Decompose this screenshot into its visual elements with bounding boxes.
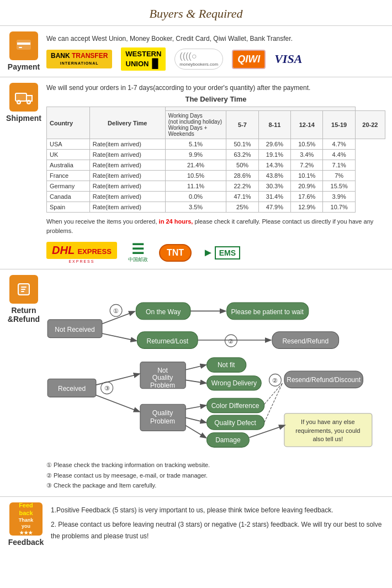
svg-text:③: ③ [104, 385, 110, 391]
table-row: Germany Rate(item arrived) 11.1%22.2%30.… [47, 181, 385, 192]
svg-point-5 [27, 100, 30, 104]
page-title: Buyers & Required [0, 0, 392, 26]
svg-line-19 [102, 333, 136, 341]
svg-text:Damage: Damage [215, 436, 241, 444]
table-row: USA Rate(item arrived) 5.1%50.1%29.6%10.… [47, 139, 385, 150]
table-header-delivery-time: Delivery Time [89, 107, 165, 139]
svg-line-61 [264, 383, 283, 404]
payment-label: Payment [8, 62, 40, 71]
refund-note-3: ③ Check the package and Item carefully. [46, 480, 385, 491]
svg-text:On the Way: On the Way [146, 308, 181, 316]
moneybookers-logo: ((((○ moneybookers.com [174, 48, 223, 70]
refund-notes: ① Please check the tracking information … [46, 460, 385, 491]
svg-rect-1 [17, 43, 30, 45]
shipment-label: Shipment [6, 114, 41, 123]
svg-text:Resend/Refund: Resend/Refund [282, 337, 329, 345]
svg-line-62 [264, 383, 283, 422]
table-header-country: Country [47, 107, 90, 139]
svg-text:Resend/Refund/Discount: Resend/Refund/Discount [287, 376, 361, 384]
bank-transfer-logo: BANK TRANSFER INTERNATIONAL [46, 48, 112, 70]
feedback-section: Feed back Thank you ★★★ Feedback 1.Posit… [0, 497, 392, 552]
return-refund-icon [9, 275, 38, 304]
table-subheader-working: Working Days(not including holiday)Worki… [165, 111, 226, 139]
table-row: UK Rate(item arrived) 9.9%63.2%19.1%3.4%… [47, 150, 385, 160]
svg-line-36 [186, 365, 205, 370]
svg-text:Wrong Delivery: Wrong Delivery [211, 379, 257, 387]
western-union-logo: WESTERN UNION▐▌ [121, 48, 166, 70]
svg-line-54 [186, 405, 205, 409]
ems-logo: ► EMS [203, 246, 240, 259]
payment-icon [9, 31, 38, 60]
table-subheader-20-22: 20-22 [355, 111, 385, 139]
visa-logo: VISA [274, 48, 302, 70]
refund-note-1: ① Please check the tracking information … [46, 460, 385, 470]
svg-text:If you have any else: If you have any else [301, 419, 354, 425]
refund-note-2: ② Please contact us by meesage, e-mail, … [46, 470, 385, 481]
svg-text:Not Received: Not Received [55, 326, 94, 333]
svg-line-33 [96, 374, 139, 385]
svg-text:also tell us!: also tell us! [312, 436, 343, 442]
shipment-section: Shipment We will send your orders in 1-7… [0, 77, 392, 269]
svg-point-4 [17, 100, 20, 104]
svg-text:Problem: Problem [150, 417, 175, 425]
svg-text:Quality Defect: Quality Defect [214, 419, 256, 427]
shipment-intro: We will send your orders in 1-7 days(acc… [46, 84, 385, 92]
svg-text:Quality: Quality [152, 409, 173, 417]
chinapost-logo: ☰ 中国邮政 [128, 242, 148, 263]
svg-text:①: ① [113, 308, 119, 314]
feedback-point-2: 2. Please contact us before leaving neut… [51, 519, 385, 542]
feedback-icon: Feed back Thank you ★★★ [9, 502, 43, 536]
svg-text:②: ② [228, 338, 234, 345]
delivery-table: Country Delivery Time Working Days(not i… [46, 107, 385, 213]
svg-text:Color Difference: Color Difference [211, 402, 259, 410]
table-row: Australia Rate(item arrived) 21.4%50%14.… [47, 160, 385, 171]
shipment-note: When you receive the items you ordered, … [46, 217, 385, 235]
svg-text:Not: Not [157, 367, 168, 374]
feedback-point-1: 1.Positive Feedback (5 stars) is very im… [51, 505, 385, 516]
payment-description: We can accept West Union, Money Booker, … [46, 35, 385, 43]
svg-text:Returned/Lost: Returned/Lost [146, 337, 188, 345]
qiwi-logo: QIWI [232, 48, 266, 70]
svg-rect-3 [15, 93, 27, 101]
svg-text:requirements, you could: requirements, you could [295, 427, 360, 434]
refund-flow-diagram: Not Received ① On the Way Please be pati… [46, 277, 385, 453]
svg-line-56 [186, 426, 205, 438]
table-subheader-8-11: 8-11 [258, 111, 290, 139]
payment-section: Payment We can accept West Union, Money … [0, 26, 392, 77]
svg-text:Problem: Problem [150, 382, 175, 389]
tnt-logo: TNT [159, 244, 192, 262]
courier-logos: DHL EXPRESS EXPRESS ☰ 中国邮政 TNT ► EMS [46, 242, 385, 263]
svg-line-39 [186, 380, 205, 383]
table-row: France Rate(item arrived) 10.5%28.6%43.8… [47, 171, 385, 181]
return-refund-section: Return &Refund Not Received ① On the Way [0, 269, 392, 497]
svg-text:Not fit: Not fit [218, 361, 235, 369]
svg-text:②: ② [272, 377, 278, 384]
return-refund-label: Return &Refund [7, 306, 41, 324]
svg-line-47 [96, 395, 139, 412]
table-row: Canada Rate(item arrived) 0.0%47.1%31.4%… [47, 192, 385, 202]
svg-text:Received: Received [58, 385, 86, 393]
feedback-label: Feedback [8, 538, 44, 547]
payment-logos: BANK TRANSFER INTERNATIONAL WESTERN UNIO… [46, 48, 385, 70]
svg-line-55 [186, 417, 205, 422]
svg-text:Please be patient to wait: Please be patient to wait [231, 308, 304, 316]
svg-rect-2 [19, 47, 22, 48]
table-subheader-12-14: 12-14 [291, 111, 323, 139]
svg-text:Quality: Quality [152, 374, 173, 382]
table-row: Spain Rate(item arrived) 3.5%25%47.9%12.… [47, 202, 385, 213]
delivery-table-title: The Delivery Time [46, 95, 385, 103]
table-subheader-15-19: 15-19 [323, 111, 355, 139]
table-subheader-5-7: 5-7 [226, 111, 258, 139]
dhl-logo: DHL EXPRESS EXPRESS [46, 242, 117, 263]
shipment-icon [9, 83, 38, 112]
table-header-days [165, 107, 355, 111]
